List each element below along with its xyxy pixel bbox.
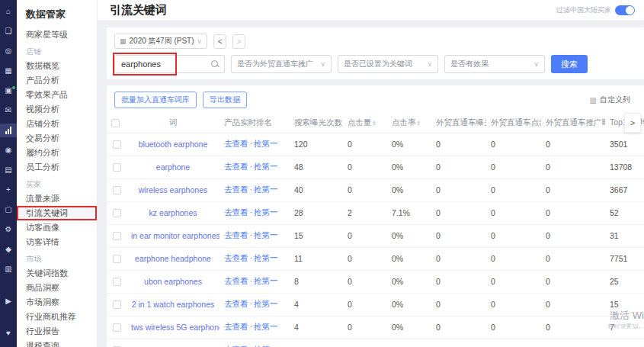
rail-location-pin-icon[interactable]: ◉ — [0, 143, 17, 157]
search-icon[interactable] — [210, 59, 220, 69]
search-button[interactable]: 搜索 — [551, 55, 588, 73]
view-rank-link[interactable]: 去查看 — [224, 230, 248, 239]
sidebar-item[interactable]: 访客画像 — [17, 220, 97, 235]
metric-cell: 0 — [541, 178, 605, 201]
view-rank-link[interactable]: 去查看 — [224, 276, 248, 285]
rail-messages-icon[interactable]: ✉ — [0, 104, 17, 117]
row-checkbox[interactable] — [113, 140, 121, 149]
rail-send-icon[interactable]: ▶ — [0, 294, 17, 308]
view-rank-link[interactable]: 去查看 — [224, 185, 248, 194]
rail-bank-icon[interactable]: ▥ — [0, 262, 17, 276]
sidebar-item[interactable]: 关键词指数 — [17, 266, 97, 281]
table-row: 2 in 1 watch earphones去查看·抢第一400%00015 — [107, 293, 644, 316]
grab-first-link[interactable]: 抢第一 — [254, 299, 278, 308]
metric-cell: 15 — [605, 293, 644, 316]
sidebar-item[interactable]: 行业商机推荐 — [17, 310, 97, 324]
columns-scroll-next-button[interactable]: > — [624, 113, 641, 133]
next-week-button[interactable]: > — [232, 34, 245, 49]
sidebar-item[interactable]: 员工分析 — [17, 160, 97, 175]
keyword-link[interactable]: kz earphones — [149, 208, 197, 217]
rail-heart-icon[interactable]: ♥ — [0, 326, 17, 340]
rail-globe-icon[interactable]: ◎ — [0, 44, 17, 58]
keyword-link[interactable]: tws wireless 5G earphones buds... — [131, 323, 219, 332]
view-rank-link[interactable]: 去查看 — [224, 207, 248, 217]
grab-first-link[interactable]: 抢第一 — [254, 139, 278, 148]
sidebar-item[interactable]: 店铺分析 — [17, 117, 97, 131]
keyword-link[interactable]: earphone headphone — [135, 254, 211, 263]
sidebar-item[interactable]: 商家星等级 — [17, 27, 97, 42]
filter-dropdown[interactable]: 是否为外贸直通车推广∨ — [231, 55, 332, 73]
grab-first-link[interactable]: 抢第一 — [254, 162, 278, 171]
row-checkbox[interactable] — [113, 255, 121, 263]
view-rank-link[interactable]: 去查看 — [224, 139, 248, 148]
row-checkbox[interactable] — [113, 300, 121, 309]
filter-dropdown[interactable]: 是否已设置为关键词∨ — [338, 55, 438, 73]
row-checkbox[interactable] — [113, 163, 121, 172]
sidebar-item[interactable]: 流量来源 — [17, 191, 97, 206]
keyword-link[interactable]: ubon earphones — [144, 277, 202, 286]
grab-first-link[interactable]: 抢第一 — [254, 185, 278, 194]
select-all-checkbox[interactable] — [111, 119, 120, 127]
rail-apps-grid-icon[interactable]: ▦ — [0, 64, 17, 78]
keyword-link[interactable]: wireless earphones — [139, 185, 207, 194]
sidebar-item[interactable]: 访客详情 — [17, 235, 97, 249]
rail-add-icon[interactable]: + — [0, 183, 17, 197]
grab-first-link[interactable]: 抢第一 — [254, 253, 278, 262]
grab-first-link[interactable]: 抢第一 — [254, 276, 278, 285]
table-row: wireless earphones去查看·抢第一4000%0003667 — [107, 178, 644, 201]
grab-first-link[interactable]: 抢第一 — [254, 230, 278, 239]
keyword-link[interactable]: 2 in 1 watch earphones — [132, 300, 215, 309]
sidebar-item[interactable]: 交易分析 — [17, 131, 97, 146]
rail-orders-icon[interactable]: ❏ — [0, 24, 17, 38]
row-checkbox[interactable] — [113, 232, 121, 240]
keyword-link[interactable]: earphone — [156, 162, 190, 172]
sidebar-item[interactable]: 退税查询 — [17, 339, 97, 347]
row-checkbox[interactable] — [113, 323, 121, 332]
customize-columns-button[interactable]: ▥ 自定义列 — [590, 95, 630, 105]
rail-home-icon[interactable]: ⌂ — [0, 5, 17, 18]
grab-first-link[interactable]: 抢第一 — [254, 322, 278, 331]
sidebar-item[interactable]: 市场洞察 — [17, 295, 97, 310]
export-data-button[interactable]: 导出数据 — [203, 92, 247, 108]
metric-cell: 0 — [541, 201, 605, 224]
metric-cell: 0 — [431, 178, 486, 201]
batch-add-p4p-button[interactable]: 批量加入直通车词库 — [114, 92, 197, 108]
sort-icon[interactable]: ▴▾ — [418, 120, 420, 126]
sidebar-item[interactable]: 数据概览 — [17, 59, 97, 73]
metric-cell: 0 — [541, 270, 605, 293]
filter-china-toggle[interactable] — [615, 5, 635, 15]
sidebar-item[interactable]: 引流关键词 — [17, 206, 97, 220]
keyword-link[interactable]: in ear monitor earphones — [131, 231, 219, 240]
table-row: kz earphones去查看·抢第一2827.1%00052 — [107, 201, 644, 224]
filter-dropdown[interactable]: 是否有效果∨ — [444, 55, 545, 73]
view-rank-link[interactable]: 去查看 — [224, 162, 248, 171]
sidebar-item[interactable]: 零效果产品 — [17, 88, 97, 102]
view-rank-link[interactable]: 去查看 — [224, 322, 248, 331]
view-rank-link[interactable]: 去查看 — [224, 253, 248, 262]
sidebar-item[interactable]: 履约分析 — [17, 146, 97, 160]
prev-week-button[interactable]: < — [213, 34, 226, 49]
sidebar-item[interactable]: 行业报告 — [17, 324, 97, 339]
grab-first-link[interactable]: 抢第一 — [254, 207, 278, 217]
app-window: ⌂❏◎▦▣✉◉▤+▢⚙◆▥▶♥▣ 数据管家 商家星等级店铺数据概览产品分析零效果… — [0, 0, 644, 347]
sidebar-item[interactable]: 视频分析 — [17, 102, 97, 117]
rail-analytics-icon[interactable] — [0, 124, 17, 137]
rail-settings-gear-icon[interactable]: ⚙ — [0, 223, 17, 236]
rail-bell-icon[interactable]: ◆ — [0, 243, 17, 256]
sidebar-item[interactable]: 商品洞察 — [17, 281, 97, 295]
sidebar-item[interactable]: 产品分析 — [17, 73, 97, 88]
column-header-label: 外贸直通车点击 — [491, 117, 541, 128]
rail-package-icon[interactable]: ▢ — [0, 203, 17, 217]
rail-monitor-icon[interactable]: ▣ — [0, 84, 17, 98]
rail-briefcase-icon[interactable]: ▤ — [0, 163, 17, 177]
row-checkbox[interactable] — [113, 186, 121, 194]
row-checkbox[interactable] — [113, 278, 121, 286]
sort-icon[interactable]: ▴▾ — [373, 120, 376, 126]
week-picker[interactable]: ▦ 2020 第47周 (PST) ∨ — [114, 34, 207, 49]
keyword-search-input[interactable] — [115, 59, 210, 69]
view-rank-link[interactable]: 去查看 — [224, 299, 248, 308]
keyword-link[interactable]: bluetooth earphone — [139, 140, 208, 149]
sidebar-group-header: 买家 — [17, 175, 97, 191]
row-checkbox[interactable] — [113, 209, 121, 217]
link-separator: · — [248, 322, 255, 331]
